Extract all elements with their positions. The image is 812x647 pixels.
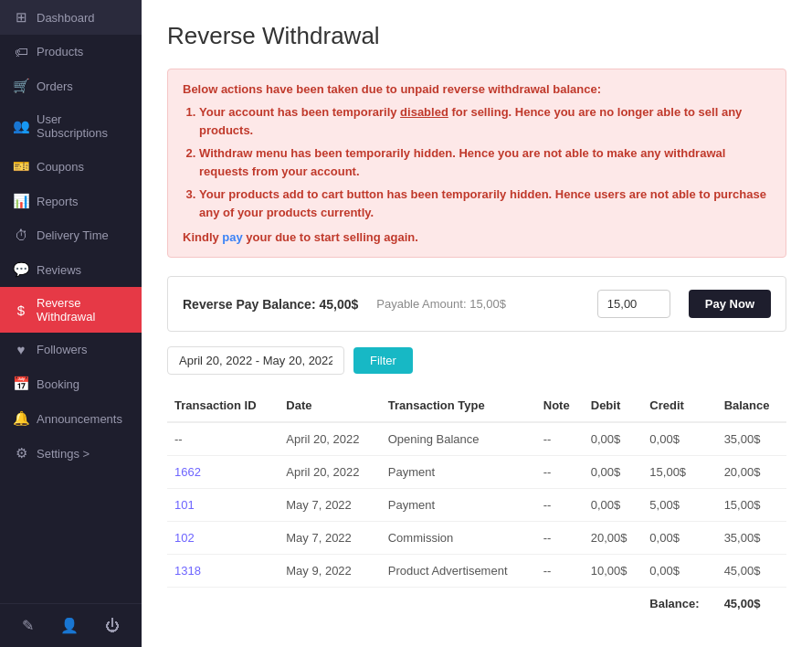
- date-range-input[interactable]: [167, 346, 344, 375]
- sidebar-item-reviews[interactable]: 💬 Reviews: [0, 252, 142, 287]
- sidebar-item-user-subscriptions[interactable]: 👥 User Subscriptions: [0, 103, 142, 149]
- sidebar-item-booking[interactable]: 📅 Booking: [0, 366, 142, 401]
- col-header-debit: Debit: [584, 389, 643, 422]
- sidebar-label-announcements: Announcements: [37, 412, 129, 426]
- sidebar-item-dashboard[interactable]: ⊞ Dashboard: [0, 0, 142, 35]
- col-header-credit: Credit: [642, 389, 716, 422]
- sidebar-label-reviews: Reviews: [37, 263, 129, 277]
- pay-link[interactable]: pay: [222, 230, 242, 244]
- sidebar-item-reverse-withdrawal[interactable]: $ Reverse Withdrawal: [0, 287, 142, 333]
- sidebar-label-followers: Followers: [37, 343, 129, 356]
- row-1-col-1: Payment: [381, 456, 536, 489]
- row-4-col-3: 10,00$: [584, 555, 643, 588]
- row-1-col-0: April 20, 2022: [279, 456, 380, 489]
- settings-icon: ⚙: [13, 445, 29, 461]
- row-2-col-0: May 7, 2022: [279, 489, 380, 522]
- sidebar-item-settings[interactable]: ⚙ Settings >: [0, 436, 142, 471]
- sidebar-label-products: Products: [37, 45, 129, 58]
- sidebar-label-delivery-time: Delivery Time: [37, 228, 129, 242]
- sidebar-label-reverse-withdrawal: Reverse Withdrawal: [37, 296, 129, 324]
- balance-empty-4: [584, 588, 643, 620]
- row-4-col-2: --: [536, 555, 584, 588]
- row-id-3[interactable]: 102: [167, 522, 279, 555]
- pay-section: Reverse Pay Balance: 45,00$ Payable Amou…: [167, 276, 786, 332]
- row-id-0: --: [167, 422, 279, 456]
- alert-box: Below actions have been taken due to unp…: [167, 69, 786, 258]
- alert-list: Your account has been temporarily disabl…: [183, 103, 771, 221]
- sidebar-item-coupons[interactable]: 🎫 Coupons: [0, 149, 142, 184]
- balance-empty-0: [167, 588, 279, 620]
- row-0-col-3: 0,00$: [584, 422, 643, 456]
- col-header-date: Date: [279, 389, 380, 422]
- table-row: 101May 7, 2022Payment--0,00$5,00$15,00$: [167, 489, 786, 522]
- row-2-col-2: --: [536, 489, 584, 522]
- table-row: --April 20, 2022Opening Balance--0,00$0,…: [167, 422, 786, 456]
- filter-row: Filter: [167, 346, 786, 375]
- row-4-col-0: May 9, 2022: [279, 555, 380, 588]
- sidebar-label-booking: Booking: [37, 377, 129, 391]
- coupons-icon: 🎫: [13, 158, 29, 175]
- row-2-col-1: Payment: [381, 489, 536, 522]
- transactions-table: Transaction IDDateTransaction TypeNoteDe…: [167, 389, 786, 620]
- pay-now-button[interactable]: Pay Now: [689, 290, 771, 318]
- dashboard-icon: ⊞: [13, 9, 29, 26]
- sidebar-label-settings: Settings >: [37, 447, 129, 461]
- sidebar-item-delivery-time[interactable]: ⏱ Delivery Time: [0, 218, 142, 252]
- sidebar-item-announcements[interactable]: 🔔 Announcements: [0, 401, 142, 436]
- table-row: 102May 7, 2022Commission--20,00$0,00$35,…: [167, 522, 786, 555]
- disabled-highlight: disabled: [400, 105, 448, 119]
- user-icon[interactable]: 👤: [53, 613, 86, 638]
- announcements-icon: 🔔: [13, 410, 29, 427]
- row-id-1[interactable]: 1662: [167, 456, 279, 489]
- col-header-transaction-id: Transaction ID: [167, 389, 279, 422]
- sidebar-label-coupons: Coupons: [37, 160, 129, 174]
- reverse-withdrawal-icon: $: [13, 302, 29, 318]
- transaction-link-102[interactable]: 102: [174, 531, 195, 545]
- alert-title: Below actions have been taken due to unp…: [183, 82, 771, 96]
- sidebar-item-followers[interactable]: ♥ Followers: [0, 333, 142, 366]
- reviews-icon: 💬: [13, 261, 29, 278]
- sidebar-label-orders: Orders: [37, 80, 129, 93]
- payable-amount-label: Payable Amount: 15,00$: [376, 297, 579, 311]
- table-row: 1318May 9, 2022Product Advertisement--10…: [167, 555, 786, 588]
- row-3-col-4: 0,00$: [642, 522, 716, 555]
- sidebar-item-reports[interactable]: 📊 Reports: [0, 184, 142, 218]
- balance-value: 45,00$: [717, 588, 786, 620]
- user-subscriptions-icon: 👥: [13, 118, 29, 134]
- power-icon[interactable]: ⏻: [98, 614, 127, 638]
- edit-icon[interactable]: ✎: [15, 613, 41, 638]
- row-0-col-4: 0,00$: [642, 422, 716, 456]
- alert-item-2: Withdraw menu has been temporarily hidde…: [199, 144, 771, 180]
- delivery-time-icon: ⏱: [13, 228, 29, 243]
- pay-amount-input[interactable]: [597, 290, 670, 318]
- balance-empty-3: [536, 588, 584, 620]
- booking-icon: 📅: [13, 376, 29, 392]
- col-header-balance: Balance: [717, 389, 786, 422]
- transaction-link-101[interactable]: 101: [174, 498, 195, 512]
- transaction-link-1318[interactable]: 1318: [174, 564, 201, 578]
- row-3-col-0: May 7, 2022: [279, 522, 380, 555]
- row-id-2[interactable]: 101: [167, 489, 279, 522]
- sidebar-item-orders[interactable]: 🛒 Orders: [0, 69, 142, 103]
- row-1-col-5: 20,00$: [717, 456, 786, 489]
- sidebar-item-products[interactable]: 🏷 Products: [0, 35, 142, 69]
- balance-empty-1: [279, 588, 380, 620]
- row-id-4[interactable]: 1318: [167, 555, 279, 588]
- sidebar-label-user-subscriptions: User Subscriptions: [37, 112, 129, 140]
- table-header: Transaction IDDateTransaction TypeNoteDe…: [167, 389, 786, 422]
- row-2-col-3: 0,00$: [584, 489, 643, 522]
- alert-item-1: Your account has been temporarily disabl…: [199, 103, 771, 139]
- row-1-col-2: --: [536, 456, 584, 489]
- row-0-col-5: 35,00$: [717, 422, 786, 456]
- filter-button[interactable]: Filter: [353, 347, 413, 374]
- balance-empty-2: [381, 588, 536, 620]
- table-row: 1662April 20, 2022Payment--0,00$15,00$20…: [167, 456, 786, 489]
- transaction-link-1662[interactable]: 1662: [174, 465, 201, 479]
- row-4-col-4: 0,00$: [642, 555, 716, 588]
- row-0-col-2: --: [536, 422, 584, 456]
- row-3-col-3: 20,00$: [584, 522, 643, 555]
- reports-icon: 📊: [13, 193, 29, 209]
- main-content: Reverse Withdrawal Below actions have be…: [142, 0, 812, 647]
- products-icon: 🏷: [13, 44, 29, 59]
- alert-pay-line: Kindly pay your due to start selling aga…: [183, 230, 771, 244]
